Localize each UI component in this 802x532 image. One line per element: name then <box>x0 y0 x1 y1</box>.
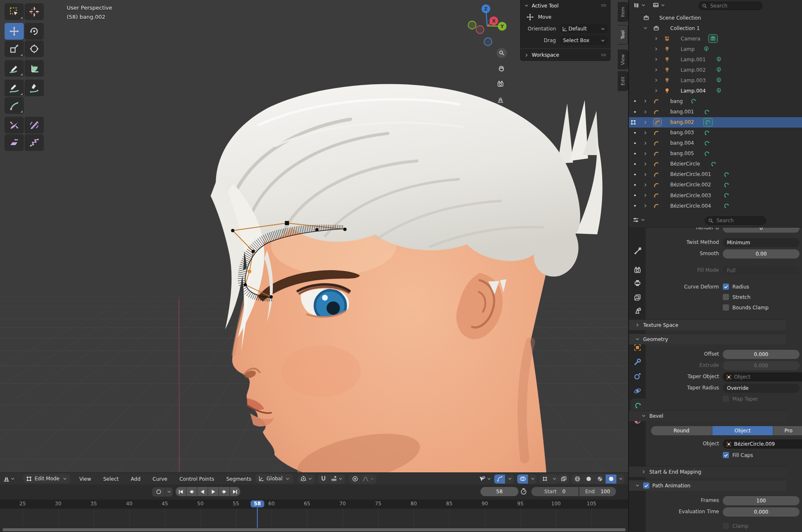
shading-dropdown[interactable] <box>617 474 624 484</box>
value-field-render-u[interactable]: 0 <box>723 227 799 233</box>
outliner-row-lamp-003[interactable]: Lamp.003 <box>629 75 802 85</box>
xray-toggle[interactable] <box>558 474 569 483</box>
transform-orientation-dropdown[interactable]: Global <box>256 474 293 483</box>
shading-wireframe-button[interactable] <box>572 474 583 484</box>
tool-shear-button[interactable] <box>5 134 24 151</box>
tool-rotate-button[interactable] <box>25 23 44 40</box>
expand-closed-icon[interactable] <box>643 203 648 208</box>
dropdown-fill-mode[interactable]: Full <box>723 266 799 275</box>
drag-dropdown[interactable]: Select Box <box>559 36 608 45</box>
expand-closed-icon[interactable] <box>643 151 648 156</box>
light-data-icon[interactable] <box>716 67 722 73</box>
expand-closed-icon[interactable] <box>643 161 648 167</box>
show-overlays-toggle[interactable] <box>517 474 528 484</box>
dropdown-twist-method[interactable]: Minimum <box>723 238 799 247</box>
outliner-row-bang[interactable]: bang <box>629 96 802 106</box>
expand-closed-icon[interactable] <box>654 57 659 62</box>
expand-closed-icon[interactable] <box>654 88 659 93</box>
sidebar-tab-item[interactable]: Item <box>618 2 628 22</box>
expand-closed-icon[interactable] <box>643 130 648 136</box>
value-field-frames[interactable]: 100 <box>723 496 799 505</box>
gizmo-dropdown[interactable] <box>505 474 514 484</box>
edit-overlays-dropdown[interactable] <box>551 474 558 484</box>
playhead-line[interactable] <box>257 508 258 528</box>
overlays-dropdown[interactable] <box>528 474 537 484</box>
object-field-taper-object[interactable]: Object <box>723 372 802 381</box>
properties-editor-type-button[interactable] <box>632 216 646 223</box>
expand-open-icon[interactable] <box>643 25 648 31</box>
panel-header-start-end-mapping[interactable]: Start & End Mapping <box>629 466 786 477</box>
auto-keying-toggle[interactable] <box>152 487 165 497</box>
orientation-dropdown[interactable]: Default <box>559 24 608 33</box>
play-button[interactable] <box>208 487 219 496</box>
navigation-gizmo[interactable]: ZXY <box>462 0 516 50</box>
perspective-toggle-icon[interactable] <box>495 95 506 105</box>
next-key-button[interactable] <box>219 487 229 496</box>
curve-data-icon[interactable] <box>703 118 713 127</box>
edit-mode-overlays-button[interactable] <box>539 474 550 484</box>
camera-view-icon[interactable] <box>495 78 506 89</box>
proportional-falloff-dropdown[interactable] <box>361 474 377 484</box>
menu-select[interactable]: Select <box>102 476 119 482</box>
outliner-row-b-ziercircle-004[interactable]: BézierCircle.004 <box>629 201 802 211</box>
panel-header-texture-space[interactable]: Texture Space <box>629 319 786 330</box>
segment-pro[interactable]: Pro <box>773 426 802 435</box>
tool-scale-button[interactable] <box>5 40 24 57</box>
outliner-row-lamp-002[interactable]: Lamp.002 <box>629 65 802 75</box>
outliner-row-collection-1[interactable]: Collection 1 <box>629 23 802 33</box>
sidebar-tab-view[interactable]: View <box>618 50 628 69</box>
outliner-row-lamp-001[interactable]: Lamp.001 <box>629 54 802 65</box>
curve-data-icon[interactable] <box>724 171 730 178</box>
play-reverse-button[interactable] <box>197 487 208 496</box>
outliner-row-camera[interactable]: Camera <box>629 33 802 44</box>
zoom-icon[interactable] <box>496 48 507 58</box>
light-data-icon[interactable] <box>716 56 722 63</box>
checkbox-clamp[interactable] <box>723 523 729 529</box>
active-tool-header[interactable]: Active Tool <box>520 0 610 11</box>
outliner-row-b-ziercircle-001[interactable]: BézierCircle.001 <box>629 169 802 180</box>
end-frame-field[interactable]: End100 <box>579 487 616 496</box>
value-field-smooth[interactable]: 0.00 <box>723 249 799 258</box>
sidebar-tab-tool[interactable]: Tool <box>618 25 628 45</box>
shading-solid-button[interactable] <box>583 474 594 484</box>
stopwatch-icon[interactable] <box>520 488 527 495</box>
expand-closed-icon[interactable] <box>654 78 659 83</box>
current-frame-field[interactable]: 58 <box>480 487 518 496</box>
menu-segments[interactable]: Segments <box>225 476 252 482</box>
expand-closed-icon[interactable] <box>643 193 648 198</box>
checkbox-fill-caps[interactable] <box>723 452 729 458</box>
outliner-row-bang-004[interactable]: bang.004 <box>629 138 802 148</box>
timeline-tracks[interactable] <box>0 509 628 528</box>
keying-dropdown[interactable] <box>165 487 173 497</box>
tool-measure-button[interactable] <box>25 60 44 77</box>
outliner-row-b-ziercircle-003[interactable]: BézierCircle.003 <box>629 190 802 201</box>
tool-transform-button[interactable] <box>25 40 44 57</box>
panel-header-path-animation[interactable]: Path Animation <box>629 480 786 491</box>
mode-dropdown[interactable]: Edit Mode <box>23 474 70 483</box>
segment-object[interactable]: Object <box>712 426 773 435</box>
prev-key-button[interactable] <box>186 487 197 496</box>
curve-data-icon[interactable] <box>704 109 710 115</box>
tool-curve-pen-button[interactable] <box>25 80 44 96</box>
tool-radius-button[interactable] <box>5 117 24 133</box>
outliner-row-b-ziercircle[interactable]: BézierCircle <box>629 159 802 169</box>
menu-curve[interactable]: Curve <box>152 476 168 482</box>
pivot-point-dropdown[interactable] <box>298 474 315 484</box>
curve-data-icon[interactable] <box>724 182 730 188</box>
panel-grip-icon[interactable] <box>601 3 607 9</box>
outliner-row-lamp[interactable]: Lamp <box>629 44 802 54</box>
object-visibility-dropdown[interactable] <box>477 474 493 484</box>
light-data-icon[interactable] <box>716 88 722 94</box>
panel-grip-icon[interactable] <box>601 52 607 58</box>
outliner-search[interactable] <box>699 2 762 10</box>
panel-header-bevel[interactable]: Bevel <box>629 410 786 421</box>
show-gizmo-toggle[interactable] <box>494 474 505 484</box>
light-data-icon[interactable] <box>716 77 722 83</box>
playhead-frame-badge[interactable]: 58 <box>251 500 264 507</box>
object-field-object[interactable]: BézierCircle.009 <box>723 439 802 449</box>
outliner-row-b-ziercircle-002[interactable]: BézierCircle.002 <box>629 180 802 190</box>
properties-search[interactable] <box>705 216 766 225</box>
expand-closed-icon[interactable] <box>643 120 648 125</box>
tool-annotate-button[interactable] <box>5 60 24 77</box>
outliner-display-mode-dropdown[interactable] <box>633 2 646 9</box>
